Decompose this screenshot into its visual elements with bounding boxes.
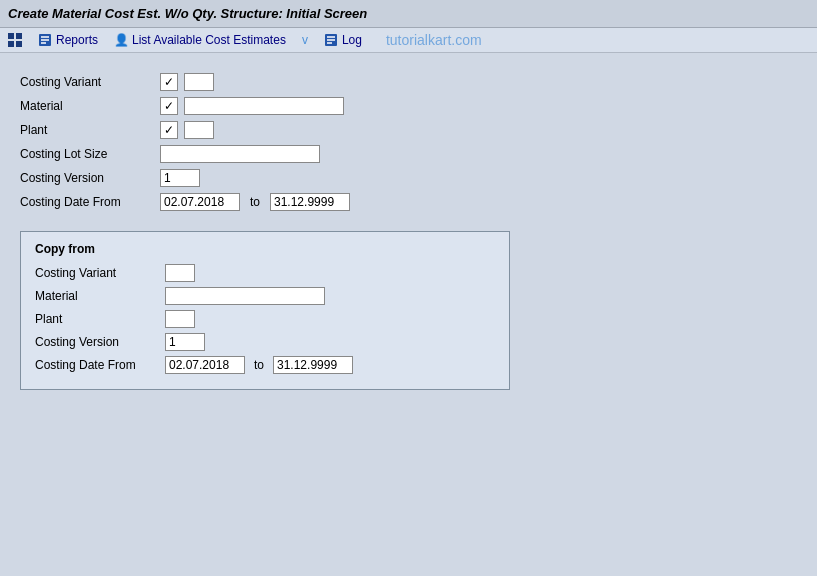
- list-icon: 👤: [114, 33, 128, 47]
- costing-version-row: Costing Version: [20, 169, 797, 187]
- material-field: ✓: [160, 97, 344, 115]
- costing-date-from-field: to: [160, 193, 350, 211]
- costing-version-label: Costing Version: [20, 171, 160, 185]
- copy-to-label: to: [254, 358, 264, 372]
- page-title: Create Material Cost Est. W/o Qty. Struc…: [8, 6, 367, 21]
- costing-variant-checkbox[interactable]: ✓: [160, 73, 178, 91]
- costing-date-from-input[interactable]: [160, 193, 240, 211]
- copy-material-field: [165, 287, 325, 305]
- costing-date-from-label: Costing Date From: [20, 195, 160, 209]
- copy-costing-variant-row: Costing Variant: [35, 264, 495, 282]
- copy-from-title: Copy from: [35, 242, 495, 256]
- reports-label: Reports: [56, 33, 98, 47]
- costing-date-from-row: Costing Date From to: [20, 193, 797, 211]
- reports-icon: [38, 33, 52, 47]
- svg-rect-1: [16, 33, 22, 39]
- log-toolbar-item[interactable]: Log: [324, 33, 362, 47]
- plant-input[interactable]: [184, 121, 214, 139]
- list-available-label: List Available Cost Estimates: [132, 33, 286, 47]
- material-label: Material: [20, 99, 160, 113]
- material-row: Material ✓: [20, 97, 797, 115]
- costing-variant-label: Costing Variant: [20, 75, 160, 89]
- plant-row: Plant ✓: [20, 121, 797, 139]
- plant-field: ✓: [160, 121, 214, 139]
- copy-costing-date-from-field: to: [165, 356, 353, 374]
- copy-material-input[interactable]: [165, 287, 325, 305]
- list-available-toolbar-item[interactable]: 👤 List Available Cost Estimates: [114, 33, 286, 47]
- copy-costing-version-row: Costing Version: [35, 333, 495, 351]
- copy-costing-version-input[interactable]: [165, 333, 205, 351]
- svg-rect-0: [8, 33, 14, 39]
- svg-rect-2: [8, 41, 14, 47]
- copy-from-section: Copy from Costing Variant Material Plant…: [20, 231, 510, 390]
- copy-plant-input[interactable]: [165, 310, 195, 328]
- copy-material-row: Material: [35, 287, 495, 305]
- svg-rect-3: [16, 41, 22, 47]
- copy-costing-date-from-label: Costing Date From: [35, 358, 165, 372]
- costing-version-input[interactable]: [160, 169, 200, 187]
- watermark-text: tutorialkart.com: [386, 32, 482, 48]
- costing-date-to-input[interactable]: [270, 193, 350, 211]
- copy-material-label: Material: [35, 289, 165, 303]
- copy-costing-variant-input[interactable]: [165, 264, 195, 282]
- copy-costing-date-from-row: Costing Date From to: [35, 356, 495, 374]
- copy-plant-row: Plant: [35, 310, 495, 328]
- costing-lot-size-field: [160, 145, 320, 163]
- log-icon: [324, 33, 338, 47]
- grid-icon: [8, 33, 22, 47]
- material-checkbox[interactable]: ✓: [160, 97, 178, 115]
- copy-costing-date-from-input[interactable]: [165, 356, 245, 374]
- reports-toolbar-item[interactable]: Reports: [38, 33, 98, 47]
- main-form: Costing Variant ✓ Material ✓ Plant ✓ Cos…: [20, 73, 797, 211]
- costing-lot-size-input[interactable]: [160, 145, 320, 163]
- costing-variant-row: Costing Variant ✓: [20, 73, 797, 91]
- copy-costing-version-field: [165, 333, 205, 351]
- plant-label: Plant: [20, 123, 160, 137]
- title-bar: Create Material Cost Est. W/o Qty. Struc…: [0, 0, 817, 28]
- main-content: Costing Variant ✓ Material ✓ Plant ✓ Cos…: [0, 53, 817, 410]
- copy-plant-field: [165, 310, 195, 328]
- toolbar: Reports 👤 List Available Cost Estimates …: [0, 28, 817, 53]
- log-label: Log: [342, 33, 362, 47]
- costing-lot-size-label: Costing Lot Size: [20, 147, 160, 161]
- costing-lot-size-row: Costing Lot Size: [20, 145, 797, 163]
- watermark-v: v: [302, 33, 308, 47]
- material-input[interactable]: [184, 97, 344, 115]
- plant-checkbox[interactable]: ✓: [160, 121, 178, 139]
- copy-plant-label: Plant: [35, 312, 165, 326]
- copy-costing-date-to-input[interactable]: [273, 356, 353, 374]
- costing-version-field: [160, 169, 200, 187]
- copy-costing-variant-field: [165, 264, 195, 282]
- copy-costing-version-label: Costing Version: [35, 335, 165, 349]
- costing-variant-input[interactable]: [184, 73, 214, 91]
- costing-variant-field: ✓: [160, 73, 214, 91]
- copy-costing-variant-label: Costing Variant: [35, 266, 165, 280]
- to-label: to: [250, 195, 260, 209]
